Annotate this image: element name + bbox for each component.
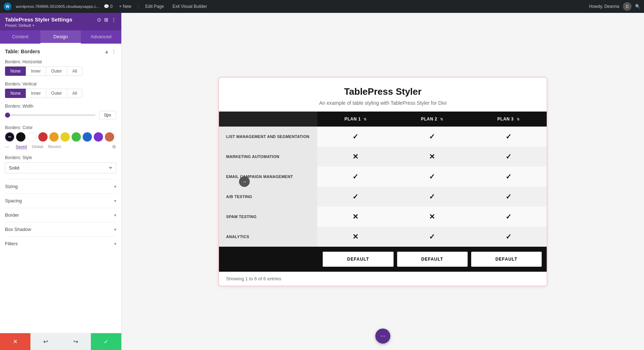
borders-v-all[interactable]: All bbox=[67, 89, 82, 98]
cross-icon: ✕ bbox=[352, 153, 358, 161]
border-arrow-icon: ▾ bbox=[114, 213, 116, 218]
new-button[interactable]: + New bbox=[117, 3, 133, 10]
color-red-pencil-swatch[interactable] bbox=[105, 132, 114, 142]
borders-v-outer[interactable]: Outer bbox=[46, 89, 67, 98]
color-pencil-swatch[interactable]: ✏ bbox=[5, 132, 14, 142]
sizing-arrow-icon: ▾ bbox=[114, 184, 116, 189]
borders-width-value[interactable] bbox=[99, 111, 116, 119]
borders-vertical-label: Borders: Vertical bbox=[5, 82, 116, 87]
redo-button[interactable]: ↪ bbox=[61, 333, 91, 350]
close-button[interactable]: ✕ bbox=[0, 333, 30, 350]
borders-width-label: Borders: Width bbox=[5, 104, 116, 109]
color-red-swatch[interactable] bbox=[38, 132, 48, 142]
undo-button[interactable]: ↩ bbox=[30, 333, 61, 350]
section-options-btn[interactable]: ⋮ bbox=[111, 49, 116, 54]
borders-v-inner[interactable]: Inner bbox=[26, 89, 46, 98]
borders-color-label: Borders: Color bbox=[5, 125, 116, 130]
save-button[interactable]: ✓ bbox=[91, 333, 121, 350]
borders-width-thumb[interactable] bbox=[5, 113, 10, 118]
borders-h-outer[interactable]: Outer bbox=[46, 66, 67, 76]
table-col-plan2[interactable]: PLAN 2 ⇅ bbox=[394, 112, 470, 127]
search-icon[interactable]: 🔍 bbox=[635, 4, 640, 9]
borders-v-none[interactable]: None bbox=[5, 89, 26, 98]
sidebar-toggle-button[interactable]: → bbox=[239, 176, 250, 187]
sort-icon-plan3: ⇅ bbox=[517, 117, 520, 121]
box-shadow-section: Box Shadow ▾ bbox=[5, 222, 116, 236]
check-icon: ✓ bbox=[506, 153, 512, 161]
plan1-default-btn[interactable]: DEFAULT bbox=[323, 252, 393, 267]
plan2-cell: ✓ bbox=[394, 167, 470, 187]
check-icon: ✓ bbox=[429, 173, 435, 181]
borders-width-track[interactable] bbox=[5, 114, 96, 116]
box-shadow-arrow-icon: ▾ bbox=[114, 227, 116, 232]
preset-selector[interactable]: Preset: Default ▾ bbox=[5, 23, 116, 28]
sort-icon-plan1: ⇅ bbox=[364, 117, 367, 121]
color-tab-global[interactable]: Global bbox=[32, 144, 43, 149]
sizing-header[interactable]: Sizing ▾ bbox=[5, 184, 116, 189]
color-white-swatch[interactable] bbox=[27, 132, 36, 142]
box-shadow-header[interactable]: Box Shadow ▾ bbox=[5, 227, 116, 232]
feature-cell: LIST MANAGEMENT AND SEGMENTATION bbox=[219, 127, 317, 147]
color-more-icon[interactable]: ··· bbox=[5, 144, 9, 149]
borders-h-all[interactable]: All bbox=[67, 66, 82, 76]
fab-button[interactable]: ··· bbox=[375, 329, 390, 344]
plan3-cell: ✓ bbox=[470, 127, 547, 147]
border-label: Border bbox=[5, 212, 19, 218]
color-yellow-swatch[interactable] bbox=[60, 132, 70, 142]
sidebar-icon-1[interactable]: ⊙ bbox=[97, 17, 101, 23]
wp-logo-icon[interactable]: W bbox=[4, 3, 11, 10]
sidebar-icon-2[interactable]: ⊞ bbox=[104, 17, 108, 23]
borders-color-group: Borders: Color ✏ ··· Saved Global bbox=[5, 125, 116, 149]
plan2-cell: ✕ bbox=[394, 147, 470, 167]
check-icon: ✓ bbox=[506, 213, 512, 221]
spacing-arrow-icon: ▾ bbox=[114, 198, 116, 203]
spacing-header[interactable]: Spacing ▾ bbox=[5, 198, 116, 203]
color-green-swatch[interactable] bbox=[72, 132, 81, 142]
borders-style-select[interactable]: Solid Dashed Dotted Double None bbox=[5, 162, 116, 173]
edit-page-button[interactable]: Edit Page bbox=[143, 3, 166, 10]
sidebar: TablePress Styler Settings ⊙ ⊞ ⋮ Preset:… bbox=[0, 13, 122, 350]
sidebar-icon-3[interactable]: ⋮ bbox=[111, 17, 116, 23]
table-row: EMAIL CAMPAIGN MANAGEMENT ✓ ✓ ✓ bbox=[219, 167, 547, 187]
tab-design[interactable]: Design bbox=[40, 30, 81, 44]
color-tab-recent[interactable]: Recent bbox=[48, 144, 61, 149]
color-settings-icon[interactable]: ⚙ bbox=[112, 144, 116, 149]
table-col-plan1[interactable]: PLAN 1 ⇅ bbox=[317, 112, 394, 127]
plan3-default-btn[interactable]: DEFAULT bbox=[471, 252, 542, 267]
preview-table: PLAN 1 ⇅ PLAN 2 ⇅ PLAN 3 ⇅ bbox=[219, 112, 547, 247]
top-bar: W wordpress-784896-3610405.cloudwaysapps… bbox=[0, 0, 644, 13]
section-controls: ▲ ⋮ bbox=[104, 49, 116, 54]
site-url: wordpress-784896-3610405.cloudwaysapps.c… bbox=[16, 4, 99, 9]
color-orange-swatch[interactable] bbox=[49, 132, 59, 142]
preview-card: TablePress Styler An example of table st… bbox=[218, 77, 547, 286]
comment-count: 💬 0 bbox=[104, 4, 113, 9]
table-header-row: PLAN 1 ⇅ PLAN 2 ⇅ PLAN 3 ⇅ bbox=[219, 112, 547, 127]
sizing-label: Sizing bbox=[5, 184, 18, 189]
color-black-swatch[interactable] bbox=[16, 132, 25, 142]
borders-h-none[interactable]: None bbox=[5, 66, 26, 76]
cross-icon: ✕ bbox=[352, 213, 358, 221]
sidebar-header: TablePress Styler Settings ⊙ ⊞ ⋮ Preset:… bbox=[0, 13, 121, 30]
sort-icon-plan2: ⇅ bbox=[440, 117, 443, 121]
check-icon: ✓ bbox=[429, 233, 435, 241]
color-blue-swatch[interactable] bbox=[83, 132, 92, 142]
filters-header[interactable]: Filters ▾ bbox=[5, 241, 116, 246]
check-icon: ✓ bbox=[506, 173, 512, 181]
check-icon: ✓ bbox=[352, 193, 358, 201]
plan2-default-btn[interactable]: DEFAULT bbox=[397, 252, 468, 267]
table-row: A/B TESTING ✓ ✓ ✓ bbox=[219, 187, 547, 207]
card-footer: Showing 1 to 6 of 6 entries bbox=[219, 272, 547, 286]
color-purple-swatch[interactable] bbox=[94, 132, 103, 142]
section-collapse-btn[interactable]: ▲ bbox=[104, 49, 109, 54]
tab-advanced[interactable]: Advanced bbox=[81, 30, 121, 44]
borders-width-slider-row bbox=[5, 111, 116, 119]
exit-builder-button[interactable]: Exit Visual Builder bbox=[170, 3, 209, 10]
color-tab-saved[interactable]: Saved bbox=[16, 144, 27, 149]
borders-horizontal-label: Borders: Horizontal bbox=[5, 59, 116, 64]
borders-h-inner[interactable]: Inner bbox=[26, 66, 46, 76]
border-header[interactable]: Border ▾ bbox=[5, 212, 116, 218]
plan3-cell: ✓ bbox=[470, 187, 547, 207]
table-col-plan3[interactable]: PLAN 3 ⇅ bbox=[470, 112, 547, 127]
user-avatar[interactable]: D bbox=[623, 2, 631, 11]
tab-content[interactable]: Content bbox=[0, 30, 40, 44]
